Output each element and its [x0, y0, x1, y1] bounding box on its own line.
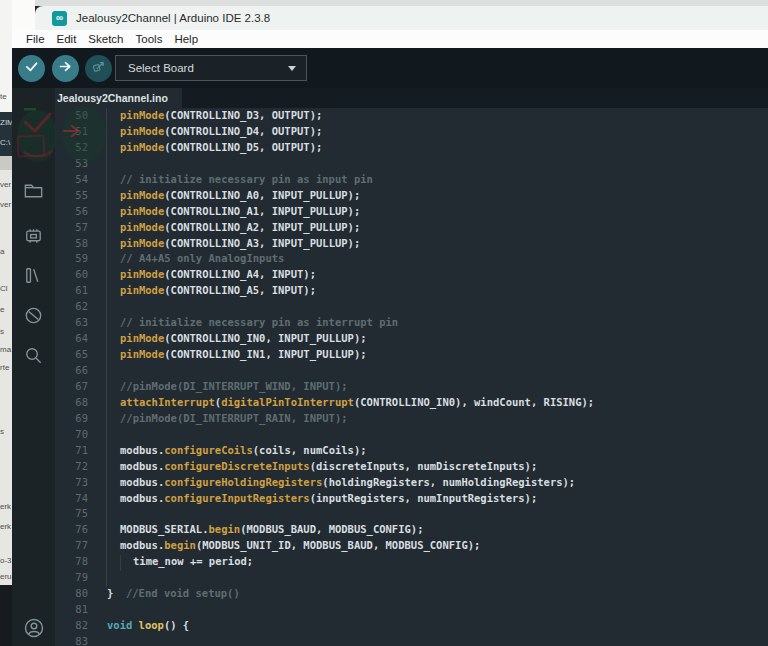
- code-line-81[interactable]: 81: [55, 602, 768, 618]
- code-line-65[interactable]: 65pinMode(CONTROLLINO_IN1, INPUT_PULLUP)…: [55, 347, 768, 363]
- line-number: 57: [55, 220, 88, 236]
- code-text: pinMode(CONTROLLINO_A4, INPUT);: [120, 267, 316, 283]
- code-line-80[interactable]: 80} //End void setup(): [55, 586, 768, 602]
- line-number: 52: [55, 140, 88, 156]
- upload-button[interactable]: [52, 55, 79, 82]
- code-line-50[interactable]: 50pinMode(CONTROLLINO_D3, OUTPUT);: [55, 108, 768, 124]
- line-number: 72: [55, 459, 88, 475]
- code-line-53[interactable]: 53: [55, 156, 768, 172]
- arduino-logo-icon: ∞: [52, 11, 67, 26]
- sidebar-item-boards-manager[interactable]: [12, 221, 55, 249]
- menu-tools[interactable]: Tools: [130, 33, 169, 45]
- tab-label: Jealousy2Channel.ino: [57, 92, 168, 104]
- background-text-fragment: s: [0, 327, 4, 336]
- code-editor[interactable]: 50pinMode(CONTROLLINO_D3, OUTPUT);51pinM…: [55, 108, 768, 646]
- line-number: 82: [55, 618, 88, 634]
- background-text-fragment: e: [0, 305, 4, 314]
- background-text-fragment: ver: [0, 200, 11, 209]
- line-number: 73: [55, 475, 88, 491]
- code-text: pinMode(CONTROLLINO_IN1, INPUT_PULLUP);: [120, 347, 367, 363]
- line-number: 80: [55, 586, 88, 602]
- background-text-fragment: eru: [0, 572, 12, 581]
- search-icon: [22, 344, 45, 367]
- code-text: pinMode(CONTROLLINO_D5, OUTPUT);: [120, 140, 322, 156]
- ban-icon: [22, 304, 45, 327]
- code-line-58[interactable]: 58pinMode(CONTROLLINO_A3, INPUT_PULLUP);: [55, 236, 768, 252]
- chip-icon: [22, 224, 45, 247]
- title-bar: ∞ Jealousy2Channel | Arduino IDE 2.3.8: [35, 6, 768, 30]
- line-number: 77: [55, 538, 88, 554]
- sidebar-item-library-manager[interactable]: [12, 261, 55, 289]
- code-line-74[interactable]: 74modbus.configureInputRegisters(inputRe…: [55, 491, 768, 507]
- code-text: modbus.configureDiscreteInputs(discreteI…: [120, 459, 537, 475]
- code-line-73[interactable]: 73modbus.configureHoldingRegisters(holdi…: [55, 475, 768, 491]
- start-debugging-button[interactable]: [85, 55, 112, 82]
- code-line-69[interactable]: 69//pinMode(DI_INTERRUPT_RAIN, INPUT);: [55, 411, 768, 427]
- code-line-55[interactable]: 55pinMode(CONTROLLINO_A0, INPUT_PULLUP);: [55, 188, 768, 204]
- line-number: 58: [55, 236, 88, 252]
- board-selector-dropdown[interactable]: Select Board: [115, 55, 307, 81]
- code-text: pinMode(CONTROLLINO_D4, OUTPUT);: [120, 124, 322, 140]
- code-line-60[interactable]: 60pinMode(CONTROLLINO_A4, INPUT);: [55, 267, 768, 283]
- code-line-57[interactable]: 57pinMode(CONTROLLINO_A2, INPUT_PULLUP);: [55, 220, 768, 236]
- code-text: } //End void setup(): [107, 586, 240, 602]
- menu-sketch[interactable]: Sketch: [82, 33, 129, 45]
- person-icon: [22, 616, 46, 640]
- folder-icon: [22, 179, 45, 202]
- menu-help[interactable]: Help: [168, 33, 204, 45]
- screenshot-root: teZIMC:\ververaClesmarteserkerko-3eru ∞ …: [0, 0, 768, 646]
- code-line-78[interactable]: 78time_now += period;: [55, 554, 768, 570]
- tab-jealousy2channel-ino[interactable]: Jealousy2Channel.ino: [55, 88, 182, 108]
- background-text-fragment: C:\: [0, 138, 10, 147]
- menu-bar: FileEditSketchToolsHelp: [12, 30, 768, 48]
- sidebar-item-search[interactable]: [12, 341, 55, 369]
- menu-file[interactable]: File: [12, 33, 51, 45]
- code-line-63[interactable]: 63// initialize necessary pin as interru…: [55, 315, 768, 331]
- code-line-76[interactable]: 76MODBUS_SERIAL.begin(MODBUS_BAUD, MODBU…: [55, 522, 768, 538]
- sidebar-item-debug[interactable]: [12, 301, 55, 329]
- line-number: 79: [55, 570, 88, 586]
- books-icon: [22, 264, 45, 287]
- code-text: void loop() {: [107, 618, 189, 634]
- code-line-52[interactable]: 52pinMode(CONTROLLINO_D5, OUTPUT);: [55, 140, 768, 156]
- line-number: 69: [55, 411, 88, 427]
- line-number: 66: [55, 363, 88, 379]
- code-line-64[interactable]: 64pinMode(CONTROLLINO_IN0, INPUT_PULLUP)…: [55, 331, 768, 347]
- background-text-fragment: ver: [0, 180, 11, 189]
- line-number: 50: [55, 108, 88, 124]
- line-number: 81: [55, 602, 88, 618]
- verify-button[interactable]: [18, 55, 45, 82]
- debug-icon: [90, 58, 107, 78]
- line-number: 53: [55, 156, 88, 172]
- code-text: modbus.configureHoldingRegisters(holding…: [120, 475, 575, 491]
- code-line-72[interactable]: 72modbus.configureDiscreteInputs(discret…: [55, 459, 768, 475]
- background-text-fragment: erk: [0, 522, 11, 531]
- code-text: //pinMode(DI_INTERRUPT_RAIN, INPUT);: [120, 411, 348, 427]
- code-line-75[interactable]: 75: [55, 506, 768, 522]
- code-line-66[interactable]: 66: [55, 363, 768, 379]
- line-number: 71: [55, 443, 88, 459]
- code-line-83[interactable]: 83: [55, 634, 768, 646]
- line-number: 61: [55, 283, 88, 299]
- code-line-54[interactable]: 54// initialize necessary pin as input p…: [55, 172, 768, 188]
- code-line-79[interactable]: 79: [55, 570, 768, 586]
- code-line-82[interactable]: 82void loop() {: [55, 618, 768, 634]
- sidebar-item-sketchbook[interactable]: [12, 176, 55, 204]
- menu-edit[interactable]: Edit: [51, 33, 83, 45]
- code-line-71[interactable]: 71modbus.configureCoils(coils, numCoils)…: [55, 443, 768, 459]
- code-line-62[interactable]: 62: [55, 299, 768, 315]
- code-line-59[interactable]: 59// A4+A5 only AnalogInputs: [55, 251, 768, 267]
- code-line-70[interactable]: 70: [55, 427, 768, 443]
- window-title: Jealousy2Channel | Arduino IDE 2.3.8: [76, 12, 270, 24]
- code-text: MODBUS_SERIAL.begin(MODBUS_BAUD, MODBUS_…: [120, 522, 423, 538]
- code-text: modbus.configureInputRegisters(inputRegi…: [120, 491, 537, 507]
- arrow-right-icon: [57, 58, 74, 78]
- code-line-51[interactable]: 51pinMode(CONTROLLINO_D4, OUTPUT);: [55, 124, 768, 140]
- code-line-68[interactable]: 68attachInterrupt(digitalPinToInterrupt(…: [55, 395, 768, 411]
- code-text: pinMode(CONTROLLINO_A5, INPUT);: [120, 283, 316, 299]
- code-line-61[interactable]: 61pinMode(CONTROLLINO_A5, INPUT);: [55, 283, 768, 299]
- code-line-77[interactable]: 77modbus.begin(MODBUS_UNIT_ID, MODBUS_BA…: [55, 538, 768, 554]
- code-line-56[interactable]: 56pinMode(CONTROLLINO_A1, INPUT_PULLUP);: [55, 204, 768, 220]
- code-line-67[interactable]: 67//pinMode(DI_INTERRUPT_WIND, INPUT);: [55, 379, 768, 395]
- sidebar-item-account[interactable]: [12, 614, 55, 642]
